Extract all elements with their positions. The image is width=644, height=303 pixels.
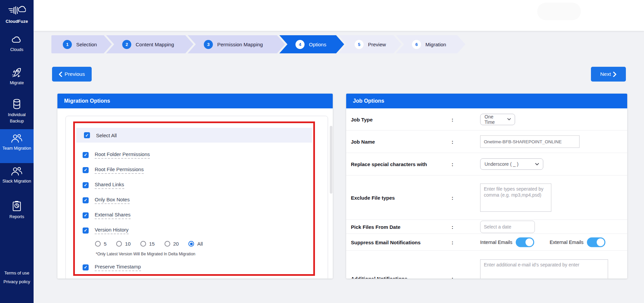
step-label: Options xyxy=(309,42,326,47)
suppress-email-notifications-label: Suppress Email Notifications xyxy=(351,239,421,245)
option-shared-links[interactable]: ✓ Shared Links xyxy=(75,178,313,193)
radio-label: 20 xyxy=(173,241,179,247)
users-icon xyxy=(11,166,23,176)
colon: : xyxy=(452,161,453,167)
colon: : xyxy=(452,116,453,122)
step-migration[interactable]: 6 Migration xyxy=(396,35,465,53)
sidebar-item-label: Individual Backup xyxy=(0,112,34,124)
sidebar-logo-label: CloudFuze xyxy=(0,19,34,24)
topbar xyxy=(34,0,644,31)
option-preserve-timestamp[interactable]: ✓ Preserve Timestamp xyxy=(75,260,313,275)
checkbox-label: Select All xyxy=(96,133,117,138)
vertical-scrollbar[interactable] xyxy=(330,126,332,194)
radio-icon xyxy=(140,241,146,247)
privacy-policy-link[interactable]: Privacy policy xyxy=(0,279,34,284)
radio-version-5[interactable]: 5 xyxy=(95,241,106,247)
step-content-mapping[interactable]: 2 Content Mapping xyxy=(106,35,193,53)
sidebar-item-label: Team Migration xyxy=(1,145,32,152)
replace-special-characters-select[interactable]: Underscore ( _ ) xyxy=(480,158,543,170)
checkbox-checked-icon[interactable]: ✓ xyxy=(83,264,89,270)
radio-version-15[interactable]: 15 xyxy=(140,241,155,247)
version-history-radio-group: 5 10 15 20 A xyxy=(75,238,313,250)
previous-button[interactable]: Previous xyxy=(52,67,92,82)
sidebar-item-label: Migrate xyxy=(8,80,25,86)
radio-version-all[interactable]: All xyxy=(188,241,203,247)
sidebar-item-migrate[interactable]: Migrate xyxy=(0,66,34,86)
job-name-input[interactable] xyxy=(480,136,580,148)
select-all-row[interactable]: ✓ Select All xyxy=(76,128,312,143)
checkbox-checked-icon[interactable]: ✓ xyxy=(83,212,89,218)
sidebar: CloudFuze Clouds Migrate xyxy=(0,0,34,303)
sidebar-item-reports[interactable]: Reports xyxy=(0,200,34,220)
next-button[interactable]: Next xyxy=(591,67,626,82)
sidebar-item-label: Clouds xyxy=(9,47,25,53)
checkbox-checked-icon[interactable]: ✓ xyxy=(83,152,89,158)
migration-options-panel: Migration Options ✓ Select All ✓ Root Fo… xyxy=(57,94,333,279)
date-picker-input[interactable] xyxy=(480,220,535,233)
checkbox-label: External Shares xyxy=(95,212,131,219)
job-type-value: One Time xyxy=(485,114,504,125)
sidebar-logo[interactable]: CloudFuze xyxy=(0,4,34,24)
step-number: 3 xyxy=(204,40,213,49)
additional-notifications-textarea[interactable] xyxy=(480,259,608,279)
checkbox-label: Version History xyxy=(95,227,129,234)
exclude-file-types-textarea[interactable] xyxy=(480,184,551,212)
sidebar-item-individual-backup[interactable]: Individual Backup xyxy=(0,98,34,124)
step-label: Selection xyxy=(76,42,97,47)
suppress-email-notifications-row: Suppress Email Notifications : Internal … xyxy=(346,234,627,251)
option-version-history[interactable]: ✓ Version History xyxy=(75,223,313,238)
sidebar-item-label: Slack Migration xyxy=(1,178,32,185)
job-type-select[interactable]: One Time xyxy=(480,114,515,125)
checkbox-checked-icon[interactable]: ✓ xyxy=(83,167,89,173)
radio-version-10[interactable]: 10 xyxy=(116,241,131,247)
external-emails-label: External Emails xyxy=(550,240,584,245)
colon: : xyxy=(452,224,453,230)
step-label: Content Mapping xyxy=(136,42,174,47)
option-root-file-permissions[interactable]: ✓ Root File Permissions xyxy=(75,162,313,178)
previous-button-label: Previous xyxy=(64,71,85,77)
checkbox-checked-icon[interactable]: ✓ xyxy=(83,228,89,234)
sidebar-item-label: Reports xyxy=(8,214,26,220)
checkbox-checked-icon[interactable]: ✓ xyxy=(83,182,89,188)
pick-files-from-date-label: Pick Files From Date xyxy=(351,224,401,230)
step-preview[interactable]: 5 Preview xyxy=(338,35,402,53)
sidebar-item-clouds[interactable]: Clouds xyxy=(0,35,34,53)
external-emails-toggle[interactable] xyxy=(587,237,605,247)
step-number: 6 xyxy=(412,40,421,49)
internal-emails-toggle[interactable] xyxy=(516,237,534,247)
chevron-down-icon xyxy=(535,163,539,165)
sidebar-item-team-migration[interactable]: Team Migration xyxy=(0,129,34,163)
replace-special-characters-label: Replace special characters with xyxy=(351,161,427,167)
option-only-box-notes[interactable]: ✓ Only Box Notes xyxy=(75,193,313,208)
colon: : xyxy=(452,195,453,200)
pick-files-from-date-row: Pick Files From Date : xyxy=(346,220,627,234)
step-permission-mapping[interactable]: 3 Permission Mapping xyxy=(188,35,285,53)
cloud-icon xyxy=(11,35,23,45)
radio-icon xyxy=(95,241,101,247)
step-number: 4 xyxy=(295,40,305,49)
job-options-title: Job Options xyxy=(346,94,627,108)
checkbox-checked-icon[interactable]: ✓ xyxy=(84,132,90,138)
radio-version-20[interactable]: 20 xyxy=(165,241,179,247)
option-root-folder-permissions[interactable]: ✓ Root Folder Permissions xyxy=(75,147,313,162)
step-label: Migration xyxy=(425,42,446,47)
checkbox-label: Root Folder Permissions xyxy=(95,151,150,159)
step-number: 2 xyxy=(122,40,131,49)
sidebar-item-slack-migration[interactable]: Slack Migration xyxy=(0,166,34,185)
chevron-left-icon xyxy=(59,72,62,77)
checkbox-label: Shared Links xyxy=(95,182,124,189)
step-number: 1 xyxy=(63,40,72,49)
step-number: 5 xyxy=(355,40,364,49)
next-button-label: Next xyxy=(600,71,611,77)
users-icon xyxy=(11,133,23,143)
job-type-row: Job Type : One Time xyxy=(346,108,627,131)
exclude-file-types-row: Exclude File types : xyxy=(346,175,627,220)
step-options[interactable]: 4 Options xyxy=(279,35,344,53)
exclude-file-types-label: Exclude File types xyxy=(351,195,395,200)
terms-of-use-link[interactable]: Terms of use xyxy=(0,270,34,275)
checkbox-checked-icon[interactable]: ✓ xyxy=(83,197,89,203)
migration-options-title: Migration Options xyxy=(57,94,333,108)
step-selection[interactable]: 1 Selection xyxy=(51,35,112,53)
radio-label: 15 xyxy=(149,241,155,247)
option-external-shares[interactable]: ✓ External Shares xyxy=(75,208,313,223)
